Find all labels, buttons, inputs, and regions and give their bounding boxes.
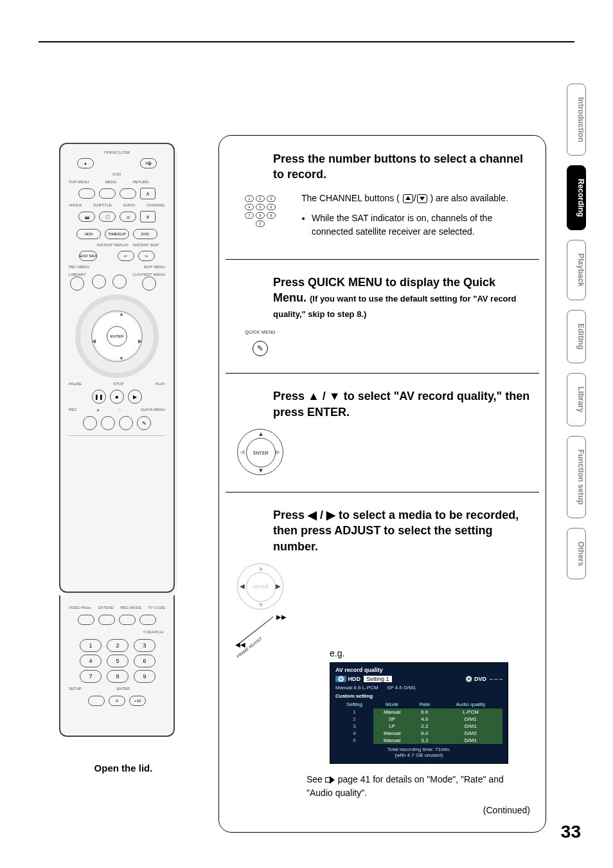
dpad-enter-label: ENTER <box>246 438 276 467</box>
table-row: 2SP4.6D/M1 <box>335 716 502 723</box>
label-subtitle: SUBTITLE <box>93 203 112 207</box>
btn-rec-mode <box>119 615 136 625</box>
label-channel: CHANNEL <box>147 203 165 207</box>
tab-editing[interactable]: Editing <box>567 310 586 363</box>
label-circle: ○ <box>119 408 121 412</box>
table-row: 1Manual6.6L-PCM <box>335 709 502 716</box>
nav-mid-ring: ENTER <box>91 311 143 362</box>
tab-library[interactable]: Library <box>567 373 586 426</box>
rt-title: AV record quality <box>335 667 502 673</box>
label-return: RETURN <box>133 180 149 184</box>
btn-hdd: HDD <box>76 229 101 239</box>
btn-easy-navi: EASY NAVI <box>79 251 97 261</box>
rt-hdd: HDD <box>348 676 361 682</box>
lid-key-6: 6 <box>134 655 155 667</box>
nav-ring: ▲ ▼ ◀ ▶ ENTER <box>75 294 159 378</box>
btn-top-menu <box>78 188 95 199</box>
step-5: Press QUICK MENU to display the Quick Me… <box>219 259 546 374</box>
lid-key-9: 9 <box>134 670 155 683</box>
rt-h-mode: Mode <box>373 700 411 709</box>
page-ref-arrow-icon <box>325 776 335 784</box>
label-instant-skip: INSTANT SKIP <box>133 243 159 247</box>
numkey-icon: 4 <box>245 204 254 210</box>
label-star: ★ <box>96 408 100 412</box>
btn-angle-icon: 📷 <box>78 212 95 222</box>
rt-total2: (with 4.7 GB unused) <box>335 752 502 758</box>
numpad-icon: 1 2 3 4 5 6 7 8 9 0 <box>245 192 276 227</box>
label-rec-mode: REC MODE <box>121 606 141 610</box>
btn-ch-down-icon: ∨ <box>140 211 155 222</box>
btn-ch-up-icon: ∧ <box>140 188 155 199</box>
btn-instant-skip-icon: ↷ <box>138 251 155 261</box>
btn-dvd: DVD <box>133 229 157 239</box>
lid-key-4: 4 <box>80 655 102 667</box>
btn-star <box>101 416 115 430</box>
label-dvd-group: DVD <box>112 172 121 176</box>
table-row: 3LP2.2D/M1 <box>335 723 502 730</box>
rt-total1: Total recording time: 71min. <box>335 746 502 752</box>
lid-key-3: 3 <box>134 639 155 652</box>
btn-plus10: +10 <box>129 696 146 706</box>
step4-bullet: While the SAT indicator is on, channels … <box>312 212 530 239</box>
btn-timeslip: TIMESLIP <box>105 229 129 239</box>
side-tabs: Introduction Recording Playback Editing … <box>567 84 586 579</box>
label-quick-menu: QUICK MENU <box>141 408 165 412</box>
label-lid-enter: ENTER <box>117 687 130 691</box>
step-6: Press ▲ / ▼ to select "AV record quality… <box>219 373 546 492</box>
page-number: 33 <box>561 822 581 842</box>
remote-frame: OPEN/CLOSE ▲ I/⏻ DVD TOP MENU MENU RETUR… <box>59 143 175 593</box>
label-instant-replay: INSTANT REPLAY <box>97 243 129 247</box>
table-row: 4Manual6.0D/M2 <box>335 730 502 737</box>
lid-key-5: 5 <box>107 655 129 667</box>
tab-introduction[interactable]: Introduction <box>567 84 586 156</box>
numkey-icon: 7 <box>245 212 254 219</box>
label-extend: EXTEND <box>98 606 114 610</box>
btn-quick-menu-icon: ✎ <box>137 416 151 430</box>
rt-manual-line: Manual 6.6 L-PCM <box>335 685 378 691</box>
step-4-text: The CHANNEL buttons ( / ) are also avail… <box>301 192 530 242</box>
numkey-icon: 2 <box>256 195 265 202</box>
numkey-icon: 3 <box>267 195 276 202</box>
quick-menu-label: QUICK MENU <box>245 330 276 334</box>
btn-power-icon: I/⏻ <box>140 158 157 168</box>
tab-recording[interactable]: Recording <box>567 165 586 230</box>
step-4: Press the number buttons to select a cha… <box>219 136 546 259</box>
label-t-search: T.SEARCH <box>143 630 163 634</box>
tab-others[interactable]: Others <box>567 528 586 580</box>
btn-content-menu <box>142 276 156 291</box>
step-7-heading: Press ◀ / ▶ to select a media to be reco… <box>273 507 530 554</box>
label-audio: AUDIO <box>123 203 136 207</box>
btn-stop-icon: ■ <box>110 390 124 404</box>
btn-circle <box>119 416 133 430</box>
tab-playback[interactable]: Playback <box>567 240 586 300</box>
label-angle: ANGLE <box>69 203 82 207</box>
label-open-close: OPEN/CLOSE <box>103 150 130 154</box>
btn-subtitle-icon: 💬 <box>99 212 116 222</box>
lid-key-0: 0 <box>109 696 125 706</box>
continued-label: (Continued) <box>235 805 530 815</box>
btn-return <box>120 188 136 199</box>
btn-enter: ENTER <box>107 326 127 347</box>
step-4-heading: Press the number buttons to select a cha… <box>273 151 530 183</box>
lid-key-2: 2 <box>107 639 129 652</box>
btn-rec-menu <box>92 275 106 289</box>
label-pause: PAUSE <box>69 382 82 386</box>
label-setup: SETUP <box>69 687 82 691</box>
rt-h-setting: Setting <box>335 700 373 709</box>
remote-illustration: OPEN/CLOSE ▲ I/⏻ DVD TOP MENU MENU RETUR… <box>59 143 188 773</box>
dpad-icon-lr: ▲ ▼ ◀ ▶ ENTER <box>237 563 283 610</box>
step-7-illus: ▲ ▼ ◀ ▶ ENTER ◀◀ ▶▶ FRAME ADJUST <box>235 563 286 648</box>
step5-sub: (If you want to use the default setting … <box>273 294 517 319</box>
btn-audio-icon: ◎ <box>120 212 136 222</box>
rt-h-rate: Rate <box>411 700 439 709</box>
lid-numpad: 1 2 3 4 5 6 7 8 9 <box>80 639 154 682</box>
btn-rec <box>83 416 97 430</box>
label-rec: REC <box>69 408 77 412</box>
tab-function-setup[interactable]: Function setup <box>567 436 586 518</box>
eg-label: e.g. <box>330 648 530 658</box>
rt-h-audio: Audio quality <box>439 700 502 709</box>
btn-extend <box>98 615 115 625</box>
label-stop: STOP <box>113 382 123 386</box>
btn-edit-menu <box>112 275 127 289</box>
channel-down-icon <box>417 194 427 203</box>
